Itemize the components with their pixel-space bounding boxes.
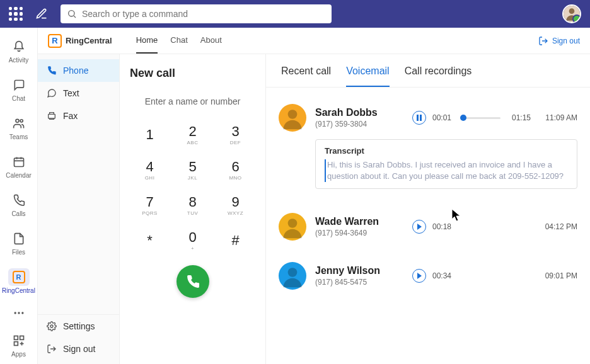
dialpad-key-*[interactable]: *	[130, 225, 170, 256]
rail-label: Files	[12, 249, 25, 256]
rail-calendar[interactable]: Calendar	[0, 149, 37, 183]
call-button[interactable]	[176, 265, 209, 298]
key-letters: DEF	[230, 140, 241, 145]
svg-rect-8	[14, 336, 18, 340]
dialpad-key-7[interactable]: 7PQRS	[130, 190, 170, 221]
fax-icon	[47, 111, 57, 121]
key-number: 3	[231, 125, 239, 139]
side-item-text[interactable]: Text	[38, 82, 119, 105]
signout-link[interactable]: Sign out	[538, 36, 580, 46]
dots-icon	[13, 307, 25, 319]
svg-rect-4	[14, 158, 23, 166]
key-letters: PQRS	[142, 210, 158, 216]
dialpad-key-4[interactable]: 4GHI	[130, 154, 170, 186]
dialer-input-placeholder[interactable]: Enter a name or number	[145, 96, 241, 106]
key-letters: TUV	[187, 210, 199, 216]
search-input[interactable]	[82, 9, 325, 19]
caller-name: Wade Warren	[315, 216, 403, 227]
rail-label: Apps	[11, 351, 26, 358]
tab-voicemail[interactable]: Voicemail	[346, 65, 389, 87]
dialpad-key-8[interactable]: 8TUV	[173, 190, 213, 221]
rail-apps[interactable]: Apps	[0, 328, 37, 361]
voicemail-item[interactable]: Wade Warren(917) 594-364900:1804:12 PM	[279, 208, 577, 246]
side-item-settings[interactable]: Settings	[38, 315, 119, 338]
svg-point-2	[16, 119, 19, 122]
voicemail-item[interactable]: Jenny Wilson(917) 845-547500:3409:01 PM	[279, 257, 577, 295]
phone-icon	[185, 274, 200, 289]
svg-rect-17	[420, 115, 422, 121]
dialer-title: New call	[126, 67, 175, 80]
tab-recent-call[interactable]: Recent call	[281, 65, 331, 87]
bell-icon	[13, 40, 25, 53]
progress-track[interactable]	[463, 117, 500, 119]
rail-calls[interactable]: Calls	[0, 188, 37, 221]
play-button[interactable]	[412, 220, 426, 234]
rail-ringcentral[interactable]: R RingCentral	[0, 264, 37, 298]
key-number: 2	[188, 125, 196, 139]
teams-icon	[13, 117, 25, 130]
dialpad-key-3[interactable]: 3DEF	[216, 119, 256, 151]
pause-button[interactable]	[412, 111, 426, 125]
brand-name: RingCentral	[66, 36, 112, 45]
header-tab-about[interactable]: About	[200, 28, 222, 54]
dialpad-key-1[interactable]: 1	[130, 119, 170, 151]
search-icon	[67, 9, 77, 19]
header-tab-chat[interactable]: Chat	[170, 28, 187, 54]
side-item-phone[interactable]: Phone	[38, 59, 119, 82]
svg-point-15	[288, 110, 298, 119]
side-label: Sign out	[63, 344, 95, 354]
apps-launcher-icon[interactable]	[9, 7, 23, 21]
rail-teams[interactable]: Teams	[0, 111, 37, 144]
elapsed-time: 00:01	[432, 113, 451, 122]
svg-rect-10	[14, 342, 18, 346]
side-label: Text	[63, 88, 79, 98]
key-letters: MNO	[229, 175, 241, 181]
key-number: 4	[146, 160, 153, 174]
dialpad-key-6[interactable]: 6MNO	[216, 154, 256, 186]
dialpad-key-#[interactable]: #	[216, 225, 256, 256]
svg-point-14	[50, 325, 53, 327]
dialpad-key-2[interactable]: 2ABC	[173, 119, 213, 151]
side-item-fax[interactable]: Fax	[38, 105, 119, 127]
rail-activity[interactable]: Activity	[0, 34, 37, 67]
transcript-body: Hi, this is Sarah Dobbs. I just received…	[325, 159, 568, 182]
voicemail-item[interactable]: Sarah Dobbs(917) 359-380400:0101:1511:09…	[279, 99, 577, 196]
rail-label: Chat	[12, 95, 25, 102]
signout-label: Sign out	[552, 37, 580, 45]
transcript-title: Transcript	[325, 146, 568, 156]
svg-point-5	[14, 312, 16, 314]
caller-number: (917) 359-3804	[315, 120, 403, 128]
ringcentral-logo-icon: R	[13, 271, 25, 283]
dialpad-key-0[interactable]: 0+	[173, 225, 213, 256]
caller-avatar	[279, 262, 306, 290]
play-button[interactable]	[412, 269, 426, 283]
rail-label: Activity	[9, 57, 29, 64]
svg-point-0	[69, 11, 74, 16]
rail-files[interactable]: Files	[0, 226, 37, 259]
total-time: 01:15	[512, 113, 531, 122]
dialpad-key-9[interactable]: 9WXYZ	[216, 190, 256, 221]
dialpad-key-5[interactable]: 5JKL	[173, 154, 213, 186]
svg-rect-16	[417, 115, 419, 121]
svg-rect-9	[20, 336, 23, 340]
tab-recordings[interactable]: Call recordings	[405, 65, 472, 87]
side-item-signout[interactable]: Sign out	[38, 338, 119, 360]
gear-icon	[47, 321, 57, 331]
compose-icon[interactable]	[34, 6, 49, 21]
rail-label: Calls	[11, 210, 25, 217]
key-letters: JKL	[188, 175, 197, 181]
key-letters: ABC	[187, 140, 199, 145]
key-number: 1	[146, 128, 153, 142]
dialer-keypad: 12ABC3DEF4GHI5JKL6MNO7PQRS8TUV9WXYZ*0+#	[130, 119, 256, 256]
dialer-panel: New call Enter a name or number 12ABC3DE…	[120, 54, 266, 364]
user-avatar[interactable]	[562, 4, 581, 23]
rail-more[interactable]	[0, 303, 37, 323]
received-time: 09:01 PM	[540, 271, 577, 280]
search-box[interactable]	[61, 4, 332, 23]
header-tab-home[interactable]: Home	[136, 28, 158, 54]
key-number: 7	[146, 195, 153, 209]
rail-chat[interactable]: Chat	[0, 72, 37, 106]
caller-number: (917) 594-3649	[315, 229, 403, 237]
elapsed-time: 00:18	[432, 222, 451, 231]
rail-label: Teams	[9, 134, 28, 140]
